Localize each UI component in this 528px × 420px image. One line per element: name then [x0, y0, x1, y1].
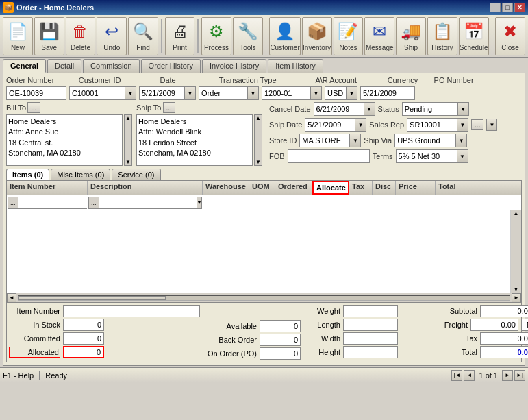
- ar-account-dropdown[interactable]: ▼: [310, 87, 321, 99]
- hscroll-track[interactable]: [18, 295, 510, 301]
- customer-button[interactable]: 👤 Customer: [269, 17, 300, 55]
- grid-hscroll[interactable]: ◄ ►: [7, 293, 521, 302]
- date-dropdown[interactable]: ▼: [184, 87, 195, 99]
- hscroll-right[interactable]: ►: [512, 293, 521, 303]
- ship-via-dropdown[interactable]: ▼: [455, 134, 466, 147]
- in-stock-input[interactable]: [63, 319, 104, 331]
- width-input[interactable]: [343, 332, 398, 345]
- inventory-button[interactable]: 📦 Inventory: [302, 17, 332, 55]
- terms-dropdown[interactable]: ▼: [457, 150, 468, 162]
- sales-rep-input[interactable]: [407, 119, 457, 131]
- history-button[interactable]: 📋 History: [427, 17, 457, 55]
- new-button[interactable]: 📄 New: [3, 17, 33, 55]
- customer-id-dropdown[interactable]: ▼: [125, 87, 136, 99]
- status-dropdown[interactable]: ▼: [457, 103, 468, 115]
- find-button[interactable]: 🔍 Find: [128, 17, 158, 55]
- ship-scroll-down[interactable]: ▼: [255, 159, 261, 165]
- page-prev-btn[interactable]: ◄: [464, 370, 475, 381]
- item-number-bottom-input[interactable]: [63, 305, 200, 317]
- col-warehouse: Warehouse: [203, 181, 249, 195]
- description-grid-input[interactable]: [99, 197, 197, 208]
- transaction-type-label: Transaction Type: [219, 76, 277, 84]
- bill-to-btn[interactable]: ...: [27, 102, 40, 113]
- total-input[interactable]: [480, 346, 528, 358]
- allocated-input[interactable]: [63, 346, 104, 358]
- notes-button[interactable]: 📝 Notes: [334, 17, 364, 55]
- tab-commission[interactable]: Commission: [83, 59, 140, 73]
- maximize-button[interactable]: □: [502, 3, 513, 12]
- close-button[interactable]: ✖ Close: [495, 17, 525, 55]
- sales-rep-btn[interactable]: ...: [471, 119, 483, 130]
- page-first-btn[interactable]: |◄: [451, 370, 462, 381]
- bill-to-scrollbar[interactable]: ▲ ▼: [124, 114, 132, 166]
- schedule-button[interactable]: 📅 Schedule: [459, 17, 489, 55]
- vscroll-up[interactable]: ▲: [511, 210, 521, 217]
- terms-input[interactable]: [397, 150, 457, 162]
- currency-input[interactable]: [325, 87, 346, 99]
- tab-invoice-history[interactable]: Invoice History: [202, 59, 266, 73]
- sub-tab-service[interactable]: Service (0): [112, 169, 160, 180]
- tab-detail[interactable]: Detail: [47, 59, 81, 73]
- transaction-type-input[interactable]: [199, 87, 247, 99]
- bill-scroll-up[interactable]: ▲: [125, 115, 131, 121]
- ship-button[interactable]: 🚚 Ship: [396, 17, 426, 55]
- sales-rep-dropdown[interactable]: ▼: [457, 119, 468, 131]
- status-input[interactable]: [403, 103, 457, 115]
- customer-id-input[interactable]: [70, 87, 125, 99]
- process-button[interactable]: ⚙ Process: [201, 17, 231, 55]
- tab-item-history[interactable]: Item History: [268, 59, 323, 73]
- transaction-type-dropdown[interactable]: ▼: [247, 87, 258, 99]
- po-number-input[interactable]: [360, 86, 415, 100]
- vscroll-down[interactable]: ▼: [511, 286, 521, 293]
- sales-rep-extra-dropdown[interactable]: ▼: [486, 119, 497, 131]
- delete-button[interactable]: 🗑 Delete: [66, 17, 96, 55]
- desc-lookup-btn[interactable]: ...: [89, 197, 99, 208]
- page-next-btn[interactable]: ►: [502, 370, 513, 381]
- ship-date-dropdown[interactable]: ▼: [355, 119, 366, 131]
- freight-suffix-input[interactable]: [521, 319, 528, 331]
- length-input[interactable]: [343, 319, 398, 331]
- save-button[interactable]: 💾 Save: [34, 17, 64, 55]
- ship-via-input[interactable]: [395, 134, 455, 147]
- window-close-button[interactable]: ✕: [514, 3, 525, 12]
- weight-input[interactable]: [343, 305, 398, 317]
- sub-tab-misc-items[interactable]: Misc Items (0): [51, 169, 110, 180]
- grid-vscroll[interactable]: ▲ ▼: [510, 210, 521, 293]
- tab-general[interactable]: General: [3, 59, 46, 73]
- hscroll-left[interactable]: ◄: [7, 293, 16, 303]
- ship-to-btn[interactable]: ...: [163, 102, 175, 113]
- ship-to-scrollbar[interactable]: ▲ ▼: [254, 114, 262, 166]
- back-order-input[interactable]: [260, 334, 301, 346]
- subtotal-input[interactable]: [480, 305, 528, 317]
- ship-scroll-up[interactable]: ▲: [255, 115, 261, 121]
- height-input[interactable]: [343, 346, 398, 358]
- ship-date-input[interactable]: [305, 119, 355, 131]
- item-lookup-btn[interactable]: ...: [8, 197, 18, 208]
- desc-grid-dropdown[interactable]: ▼: [197, 197, 202, 208]
- store-id-dropdown[interactable]: ▼: [349, 134, 360, 147]
- available-input[interactable]: [260, 320, 301, 332]
- tools-button[interactable]: 🔧 Tools: [233, 17, 263, 55]
- cancel-date-input[interactable]: [314, 103, 364, 115]
- minimize-button[interactable]: ─: [490, 3, 501, 12]
- cancel-date-dropdown[interactable]: ▼: [364, 103, 375, 115]
- fob-input[interactable]: [288, 149, 370, 163]
- undo-button[interactable]: ↩ Undo: [97, 17, 127, 55]
- freight-input[interactable]: [470, 319, 518, 331]
- sub-tab-items[interactable]: Items (0): [6, 169, 49, 180]
- tab-order-history[interactable]: Order History: [141, 59, 201, 73]
- currency-dropdown[interactable]: ▼: [346, 87, 357, 99]
- message-button[interactable]: ✉ Message: [364, 17, 394, 55]
- hscroll-thumb[interactable]: [18, 296, 166, 300]
- committed-input[interactable]: [63, 332, 104, 345]
- page-last-btn[interactable]: ►|: [514, 370, 525, 381]
- date-input[interactable]: [140, 87, 184, 99]
- store-id-input[interactable]: [300, 134, 349, 147]
- ar-account-input[interactable]: [262, 87, 310, 99]
- bill-scroll-down[interactable]: ▼: [125, 159, 131, 165]
- print-button[interactable]: 🖨 Print: [165, 17, 195, 55]
- order-number-input[interactable]: [6, 86, 66, 100]
- on-order-input[interactable]: [260, 347, 301, 360]
- tax-total-input[interactable]: [480, 332, 528, 345]
- customer-id-label: Customer ID: [79, 76, 121, 84]
